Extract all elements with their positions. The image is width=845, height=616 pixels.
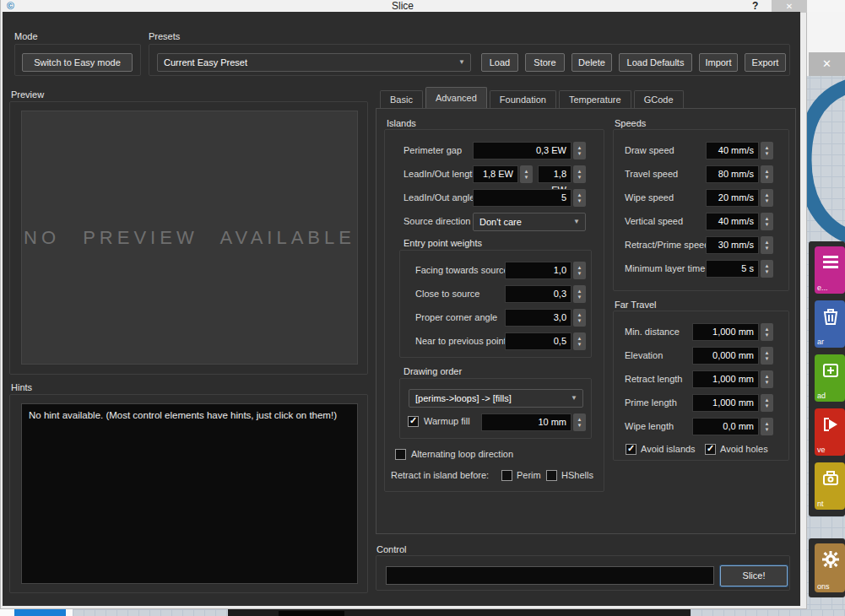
close-to-source-spinner[interactable]: ▲▼ — [573, 285, 586, 303]
side-button-save[interactable]: ve — [815, 408, 845, 456]
facing-towards-source-spinner[interactable]: ▲▼ — [573, 262, 586, 279]
side-button-label: ad — [815, 392, 845, 400]
minimum-layer-time-input[interactable]: 5 s — [706, 260, 759, 278]
avoid-islands-label: Avoid islands — [641, 440, 696, 458]
elevation-spinner[interactable]: ▲▼ — [761, 347, 773, 365]
tab-temperature[interactable]: Temperature — [559, 90, 631, 109]
leadinout-angle-input[interactable]: 5 — [473, 189, 571, 207]
drawing-order-value: [perims->loops] -> [fills] — [415, 393, 512, 403]
dialog-title: Slice — [0, 0, 805, 13]
delete-button[interactable]: Delete — [571, 53, 612, 72]
warmup-fill-checkbox[interactable] — [408, 416, 419, 427]
close-to-source-label: Close to source — [415, 285, 479, 303]
background-bottom-blue-button[interactable] — [14, 609, 66, 616]
side-button-clear[interactable]: ar — [815, 300, 845, 348]
avoid-holes-checkbox[interactable] — [705, 444, 716, 455]
travel-speed-label: Travel speed — [625, 165, 678, 183]
preset-select[interactable]: Current Easy Preset ▼ — [157, 53, 471, 72]
perimeter-gap-label: Perimeter gap — [404, 142, 462, 159]
retract-length-input[interactable]: 1,000 mm — [692, 370, 759, 388]
side-button-print[interactable]: nt — [815, 462, 845, 510]
facing-towards-source-input[interactable]: 1,0 — [505, 262, 571, 279]
proper-corner-angle-spinner[interactable]: ▲▼ — [573, 309, 586, 327]
help-button[interactable]: ? — [752, 0, 758, 13]
close-to-source-input[interactable]: 0,3 — [505, 285, 571, 303]
side-button-slice[interactable]: e... — [815, 246, 845, 294]
wipe-speed-spinner[interactable]: ▲▼ — [761, 189, 773, 207]
minimum-layer-time-spinner[interactable]: ▲▼ — [761, 260, 773, 278]
minimum-layer-time-label: Minimum layer time — [625, 260, 705, 278]
retract-prime-speed-spinner[interactable]: ▲▼ — [761, 236, 773, 254]
no-preview-text: NO PREVIEW AVAILABLE — [24, 227, 355, 249]
min-distance-spinner[interactable]: ▲▼ — [761, 323, 773, 341]
near-previous-point-label: Near to previous point — [415, 332, 506, 350]
side-button-label: nt — [815, 500, 845, 508]
leadinout-length-spinner-2[interactable]: ▲▼ — [573, 165, 586, 183]
islands-group-label: Islands — [387, 118, 416, 129]
warmup-fill-spinner[interactable]: ▲▼ — [573, 413, 586, 431]
near-previous-point-input[interactable]: 0,5 — [505, 332, 571, 350]
drawing-order-select[interactable]: [perims->loops] -> [fills] ▼ — [409, 389, 583, 408]
travel-speed-input[interactable]: 80 mm/s — [706, 165, 759, 183]
dialog-close-button[interactable]: ✕ — [772, 0, 807, 13]
slice-button[interactable]: Slice! — [720, 565, 788, 586]
leadinout-length-label: LeadIn/Out length — [404, 165, 477, 183]
avoid-islands-checkbox[interactable] — [626, 444, 636, 455]
retract-length-spinner[interactable]: ▲▼ — [761, 370, 773, 388]
preview-area: NO PREVIEW AVAILABLE — [21, 111, 358, 365]
proper-corner-angle-label: Proper corner angle — [415, 309, 497, 327]
wipe-speed-input[interactable]: 20 mm/s — [706, 189, 759, 207]
source-direction-select[interactable]: Don't care ▼ — [473, 213, 586, 231]
retract-length-label: Retract length — [625, 370, 682, 388]
side-button-label: ve — [815, 446, 845, 454]
travel-speed-spinner[interactable]: ▲▼ — [761, 165, 773, 183]
alternating-loop-checkbox[interactable] — [395, 449, 406, 460]
leadinout-length-spinner-1[interactable]: ▲▼ — [520, 165, 533, 183]
wipe-length-spinner[interactable]: ▲▼ — [761, 418, 773, 435]
export-button[interactable]: Export — [745, 53, 786, 72]
alternating-loop-label: Alternating loop direction — [411, 446, 513, 463]
draw-speed-input[interactable]: 40 mm/s — [706, 142, 759, 159]
slice-progress-bar — [386, 566, 714, 585]
craftware-c-watermark — [803, 76, 845, 245]
proper-corner-angle-input[interactable]: 3,0 — [505, 309, 571, 327]
retract-perim-checkbox[interactable] — [501, 470, 512, 481]
warmup-fill-label: Warmup fill — [424, 413, 470, 430]
vertical-speed-spinner[interactable]: ▲▼ — [761, 213, 773, 230]
wipe-length-input[interactable]: 0,0 mm — [692, 418, 759, 435]
side-button-load[interactable]: ad — [815, 354, 845, 402]
print-icon — [821, 469, 840, 488]
prime-length-input[interactable]: 1,000 mm — [692, 394, 759, 412]
leadinout-length-input-1[interactable]: 1,8 EW — [473, 165, 518, 183]
warmup-fill-input[interactable]: 10 mm — [481, 413, 571, 431]
perimeter-gap-input[interactable]: 0,3 EW — [473, 142, 571, 159]
screen: ✕ e... ar ad ve nt ons © Slice ? ✕ Mode … — [0, 0, 845, 616]
vertical-speed-input[interactable]: 40 mm/s — [706, 213, 759, 230]
retract-hshells-checkbox[interactable] — [546, 470, 557, 481]
tab-basic[interactable]: Basic — [380, 90, 423, 109]
min-distance-input[interactable]: 1,000 mm — [692, 323, 759, 341]
tab-gcode[interactable]: GCode — [634, 90, 684, 109]
retract-in-island-label: Retract in island before: — [391, 467, 489, 484]
leadinout-angle-spinner[interactable]: ▲▼ — [573, 189, 586, 207]
background-close-button[interactable]: ✕ — [809, 52, 845, 76]
store-button[interactable]: Store — [525, 53, 565, 72]
mode-group-label: Mode — [14, 31, 38, 42]
hints-area: No hint available. (Most control element… — [21, 403, 358, 584]
switch-easy-mode-button[interactable]: Switch to Easy mode — [22, 53, 133, 72]
load-button[interactable]: Load — [481, 53, 518, 72]
draw-speed-spinner[interactable]: ▲▼ — [761, 142, 773, 159]
preview-group-label: Preview — [11, 89, 44, 100]
import-button[interactable]: Import — [699, 53, 738, 72]
load-defaults-button[interactable]: Load Defaults — [619, 53, 692, 72]
side-button-options[interactable]: ons — [815, 543, 845, 592]
tab-advanced[interactable]: Advanced — [425, 87, 487, 109]
near-previous-point-spinner[interactable]: ▲▼ — [573, 332, 586, 350]
leadinout-length-input-2[interactable]: 1,8 EW — [538, 165, 571, 183]
elevation-input[interactable]: 0,000 mm — [692, 347, 759, 365]
tab-foundation[interactable]: Foundation — [490, 90, 556, 109]
retract-prime-speed-input[interactable]: 30 mm/s — [706, 236, 759, 254]
perimeter-gap-spinner[interactable]: ▲▼ — [573, 142, 586, 159]
prime-length-spinner[interactable]: ▲▼ — [761, 394, 773, 412]
avoid-holes-label: Avoid holes — [720, 440, 768, 458]
